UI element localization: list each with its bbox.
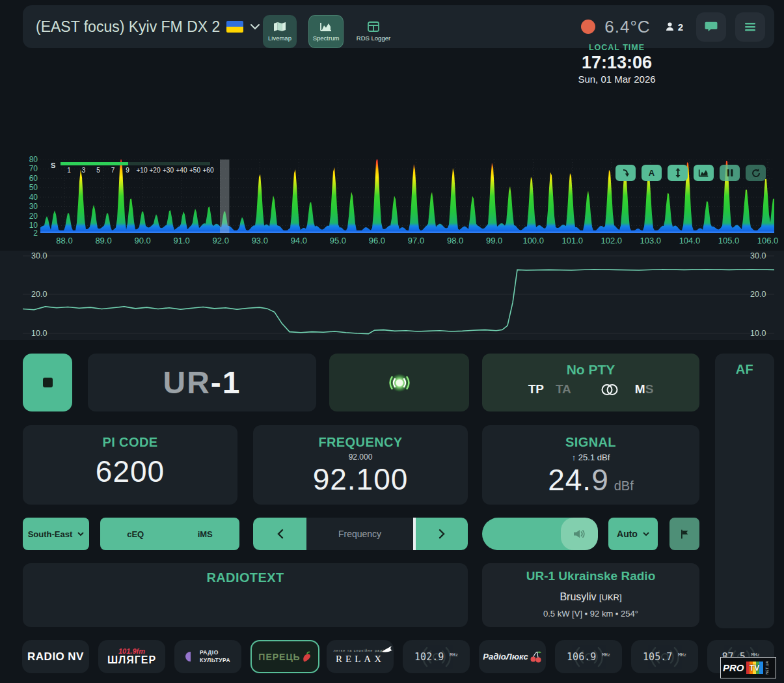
arrows-vertical-icon: [673, 167, 683, 178]
spectrum-x-tick: 104.0: [679, 236, 701, 245]
transmitter-name: UR-1 Ukrainske Radio: [482, 569, 699, 583]
speech-flag: S: [645, 382, 654, 396]
spectrum-x-tick: 105.0: [718, 236, 740, 245]
volume-slider-handle[interactable]: [561, 518, 598, 550]
logo-text: РАДІО: [200, 649, 230, 656]
station-logo-radio-lux[interactable]: РадіоЛюкс: [479, 640, 546, 673]
spectrum-x-tick: 95.0: [330, 236, 346, 245]
s-meter-tick: 1: [67, 167, 71, 174]
map-icon: [273, 21, 286, 32]
spectrum-refresh-button[interactable]: [746, 165, 766, 181]
pty-panel: No PTY TP TA MS: [482, 354, 699, 411]
spectrum-y-tick: 30: [21, 202, 38, 211]
af-header: AF: [715, 362, 774, 377]
antenna-select[interactable]: South-East: [23, 518, 89, 550]
station-logo-radio-relax[interactable]: легке та спокійне радіоRELAX: [327, 640, 394, 673]
nav-livemap-button[interactable]: Livemap: [263, 15, 297, 48]
pi-code-header: PI CODE: [23, 435, 237, 450]
spectrum-pause-button[interactable]: [720, 165, 740, 181]
protv-logo: PRO TV NET.UA: [720, 657, 776, 678]
pause-icon: [726, 169, 734, 177]
report-flag-button[interactable]: [669, 518, 699, 550]
nav-spectrum-label: Spectrum: [313, 35, 340, 42]
transmitter-info-panel: UR-1 Ukrainske Radio Brusyliv [UKR] 0.5 …: [482, 563, 699, 627]
tune-up-button[interactable]: [416, 518, 468, 550]
temperature: 6.4°C: [604, 17, 650, 37]
s-meter-tick: 7: [111, 167, 115, 174]
nav-rds-logger-label: RDS Logger: [357, 35, 390, 42]
spectrum-x-tick: 99.0: [486, 236, 502, 245]
tp-flag: TP: [528, 382, 544, 397]
signal-history-chart: 30.0 20.0 10.0 30.0 20.0 10.0: [0, 251, 784, 340]
station-logo-freq-106-9[interactable]: 106.9 MHz: [555, 640, 622, 673]
local-time-value: 17:13:06: [558, 53, 675, 73]
spectrum-x-tick: 92.0: [213, 236, 229, 245]
logo-text: RADIO: [27, 650, 64, 663]
server-selector[interactable]: (EAST focus) Kyiv FM DX 2: [36, 5, 260, 48]
chat-button[interactable]: [696, 12, 726, 42]
chat-icon: [705, 21, 718, 33]
mode-select[interactable]: Auto: [608, 518, 658, 550]
spectrum-y-tick: 2: [21, 229, 38, 238]
menu-button[interactable]: [735, 12, 765, 42]
logo-text: ШЛЯГЕР: [107, 655, 156, 665]
nav-rds-logger-button[interactable]: RDS Logger: [355, 15, 392, 48]
history-ytick-right: 20.0: [750, 290, 766, 299]
radiotext-header: RADIOTEXT: [23, 570, 468, 585]
spectrum-graph-mode-button[interactable]: [694, 165, 714, 181]
spectrum-x-tick: 102.0: [601, 236, 623, 245]
logo-frequency-placeholder: 102.9 MHz: [414, 651, 458, 663]
spectrum-x-tick: 106.0: [757, 236, 779, 245]
spectrum-y-tick: 60: [21, 174, 38, 183]
spectrum-autorange-button[interactable]: A: [642, 165, 662, 181]
frequency-header: FREQUENCY: [253, 435, 468, 450]
ta-flag: TA: [556, 382, 571, 397]
spectrum-vertical-scale-button[interactable]: [668, 165, 688, 181]
bird-icon: [382, 646, 392, 654]
s-meter-tick: +60: [203, 167, 214, 174]
chevron-down-icon: [77, 532, 84, 537]
spectrum-x-tick: 103.0: [640, 236, 662, 245]
station-logo-shlyager-101-9[interactable]: 101.9fmШЛЯГЕР: [98, 640, 165, 673]
station-logo-freq-102-9[interactable]: 102.9 MHz: [403, 640, 470, 673]
signal-peak: ↑ 25.1 dBf: [482, 453, 699, 462]
chart-icon: [698, 168, 709, 178]
purple-disc-icon: [185, 652, 195, 662]
chevron-left-icon: [277, 529, 284, 539]
ims-toggle[interactable]: iMS: [198, 529, 213, 539]
tune-down-button[interactable]: [253, 518, 306, 550]
frequency-exact: 92.000: [253, 453, 468, 462]
arrow-down-icon: [621, 168, 631, 178]
stop-audio-button[interactable]: [23, 354, 72, 411]
flag-icon: [679, 529, 690, 540]
station-logo-radio-kultura[interactable]: РАДІОКУЛЬТУРА: [174, 640, 241, 673]
history-ytick-left: 20.0: [31, 290, 47, 299]
nav-spectrum-button[interactable]: Spectrum: [308, 15, 344, 48]
ukraine-flag-icon: [226, 21, 243, 33]
cherries-icon: [530, 650, 542, 663]
s-meter-tick: +50: [189, 167, 200, 174]
spectrum-baseline-button[interactable]: [615, 165, 636, 181]
volume-slider[interactable]: [482, 518, 598, 550]
tuner-control: [253, 518, 468, 550]
station-logo-freq-105-7[interactable]: 105.7 MHz: [631, 640, 698, 673]
ps-name: -1: [211, 365, 241, 400]
logo-text: NV: [68, 650, 84, 663]
frequency-input[interactable]: [306, 518, 416, 550]
logo-frequency-placeholder: 106.9 MHz: [567, 651, 610, 663]
logo-frequency-placeholder: 105.7 MHz: [643, 651, 686, 663]
station-logo-perets-fm[interactable]: ПЕРЕЦЬ: [250, 640, 319, 673]
fm-dx-webserver-page: (EAST focus) Kyiv FM DX 2 Livemap Spectr…: [0, 0, 784, 683]
spectrum-y-tick: 80: [21, 155, 38, 164]
spectrum-x-tick: 90.0: [134, 236, 150, 245]
top-bar: (EAST focus) Kyiv FM DX 2 Livemap Spectr…: [23, 5, 774, 48]
station-logo-radio-nv[interactable]: RADIONV: [22, 640, 89, 673]
spectrum-x-tick: 91.0: [174, 236, 190, 245]
s-meter-fill: [61, 162, 128, 165]
s-meter-tick: +40: [176, 167, 187, 174]
logo-text: RELAX: [333, 653, 386, 665]
spectrum-y-tick: 50: [21, 183, 38, 192]
logo-tagline: легке та спокійне радіо: [333, 648, 386, 653]
eq-toggle[interactable]: cEQ: [127, 529, 144, 539]
pi-code-panel: PI CODE 6200: [23, 425, 237, 505]
